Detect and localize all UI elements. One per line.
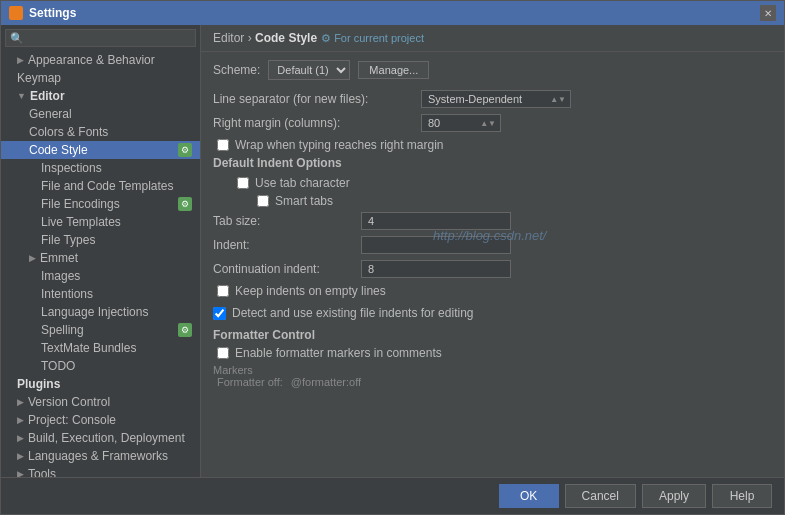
breadcrumb: Editor › Code Style bbox=[213, 31, 317, 45]
collapse-arrow: ▶ bbox=[17, 433, 24, 443]
collapse-arrow: ▶ bbox=[17, 451, 24, 461]
continuation-indent-label: Continuation indent: bbox=[213, 262, 353, 276]
right-margin-input[interactable]: 80 ▲▼ bbox=[421, 114, 501, 132]
scheme-row: Scheme: Default (1) Manage... bbox=[213, 60, 772, 80]
wrap-label: Wrap when typing reaches right margin bbox=[235, 138, 444, 152]
sidebar-item-inspections[interactable]: Inspections bbox=[1, 159, 200, 177]
line-separator-select[interactable]: System-Dependent ▲▼ bbox=[421, 90, 571, 108]
sidebar-item-live-templates[interactable]: Live Templates bbox=[1, 213, 200, 231]
sidebar-item-file-code-templates[interactable]: File and Code Templates bbox=[1, 177, 200, 195]
default-indent-section: Default Indent Options bbox=[213, 156, 772, 170]
indent-row: Indent: bbox=[213, 236, 772, 254]
sidebar-item-code-style[interactable]: Code Style ⚙ bbox=[1, 141, 200, 159]
cancel-button[interactable]: Cancel bbox=[565, 484, 636, 508]
sidebar-item-file-types[interactable]: File Types bbox=[1, 231, 200, 249]
sidebar-item-label: Images bbox=[41, 269, 80, 283]
indent-input[interactable] bbox=[361, 236, 511, 254]
sidebar-item-tools[interactable]: ▶ Tools bbox=[1, 465, 200, 477]
sidebar-item-emmet[interactable]: ▶ Emmet bbox=[1, 249, 200, 267]
sidebar-item-label: Colors & Fonts bbox=[29, 125, 108, 139]
line-separator-value: System-Dependent bbox=[428, 93, 522, 105]
collapse-arrow: ▶ bbox=[29, 253, 36, 263]
sidebar-item-label: Build, Execution, Deployment bbox=[28, 431, 185, 445]
sidebar-item-file-encodings[interactable]: File Encodings ⚙ bbox=[1, 195, 200, 213]
smart-tabs-checkbox[interactable] bbox=[257, 195, 269, 207]
detect-checkbox[interactable] bbox=[213, 307, 226, 320]
ok-button[interactable]: OK bbox=[499, 484, 559, 508]
sidebar-item-languages-frameworks[interactable]: ▶ Languages & Frameworks bbox=[1, 447, 200, 465]
sidebar-item-label: Emmet bbox=[40, 251, 78, 265]
sidebar-item-version-control[interactable]: ▶ Version Control bbox=[1, 393, 200, 411]
sidebar-item-plugins[interactable]: Plugins bbox=[1, 375, 200, 393]
help-button[interactable]: Help bbox=[712, 484, 772, 508]
manage-button[interactable]: Manage... bbox=[358, 61, 429, 79]
sidebar-item-language-injections[interactable]: Language Injections bbox=[1, 303, 200, 321]
file-encodings-badge: ⚙ bbox=[178, 197, 192, 211]
collapse-arrow: ▼ bbox=[17, 91, 26, 101]
dialog-title: Settings bbox=[29, 6, 76, 20]
sidebar-item-label: Appearance & Behavior bbox=[28, 53, 155, 67]
keep-indents-row: Keep indents on empty lines bbox=[213, 284, 772, 298]
sidebar-item-colors-fonts[interactable]: Colors & Fonts bbox=[1, 123, 200, 141]
sidebar-item-appearance[interactable]: ▶ Appearance & Behavior bbox=[1, 51, 200, 69]
right-margin-label: Right margin (columns): bbox=[213, 116, 413, 130]
sidebar: ▶ Appearance & Behavior Keymap ▼ Editor … bbox=[1, 25, 201, 477]
keep-indents-label: Keep indents on empty lines bbox=[235, 284, 386, 298]
markers-label: Markers bbox=[213, 364, 772, 376]
sidebar-item-intentions[interactable]: Intentions bbox=[1, 285, 200, 303]
content-header: Editor › Code Style ⚙ For current projec… bbox=[201, 25, 784, 52]
settings-dialog: Settings ✕ ▶ Appearance & Behavior Keyma… bbox=[0, 0, 785, 515]
sidebar-item-general[interactable]: General bbox=[1, 105, 200, 123]
tab-size-row: Tab size: bbox=[213, 212, 772, 230]
sidebar-item-editor[interactable]: ▼ Editor bbox=[1, 87, 200, 105]
keep-indents-checkbox[interactable] bbox=[217, 285, 229, 297]
breadcrumb-arrow: › bbox=[248, 31, 252, 45]
sidebar-item-label: Intentions bbox=[41, 287, 93, 301]
sidebar-item-label: Keymap bbox=[17, 71, 61, 85]
sidebar-item-label: TODO bbox=[41, 359, 75, 373]
apply-button[interactable]: Apply bbox=[642, 484, 706, 508]
sidebar-item-label: Version Control bbox=[28, 395, 110, 409]
sidebar-item-spelling[interactable]: Spelling ⚙ bbox=[1, 321, 200, 339]
sidebar-item-images[interactable]: Images bbox=[1, 267, 200, 285]
dialog-footer: OK Cancel Apply Help bbox=[1, 477, 784, 514]
line-separator-label: Line separator (for new files): bbox=[213, 92, 413, 106]
formatter-section: Formatter Control Enable formatter marke… bbox=[213, 328, 772, 388]
code-style-badge: ⚙ bbox=[178, 143, 192, 157]
collapse-arrow: ▶ bbox=[17, 397, 24, 407]
enable-formatter-checkbox[interactable] bbox=[217, 347, 229, 359]
continuation-indent-input[interactable] bbox=[361, 260, 511, 278]
sidebar-item-todo[interactable]: TODO bbox=[1, 357, 200, 375]
sidebar-item-label: Tools bbox=[28, 467, 56, 477]
sidebar-item-build-execution[interactable]: ▶ Build, Execution, Deployment bbox=[1, 429, 200, 447]
sidebar-tree: ▶ Appearance & Behavior Keymap ▼ Editor … bbox=[1, 51, 200, 477]
wrap-checkbox[interactable] bbox=[217, 139, 229, 151]
use-tab-checkbox[interactable] bbox=[237, 177, 249, 189]
tab-size-input[interactable] bbox=[361, 212, 511, 230]
content-panel: Editor › Code Style ⚙ For current projec… bbox=[201, 25, 784, 477]
line-separator-row: Line separator (for new files): System-D… bbox=[213, 90, 772, 108]
continuation-indent-row: Continuation indent: bbox=[213, 260, 772, 278]
sidebar-item-label: Spelling bbox=[41, 323, 84, 337]
breadcrumb-meta: ⚙ For current project bbox=[321, 32, 424, 45]
sidebar-item-label: File Types bbox=[41, 233, 95, 247]
close-button[interactable]: ✕ bbox=[760, 5, 776, 21]
sidebar-item-label: General bbox=[29, 107, 72, 121]
right-margin-spin[interactable]: ▲▼ bbox=[480, 119, 496, 128]
sidebar-item-label: Inspections bbox=[41, 161, 102, 175]
meta-text: For current project bbox=[334, 32, 424, 44]
title-bar: Settings ✕ bbox=[1, 1, 784, 25]
sidebar-item-project-console[interactable]: ▶ Project: Console bbox=[1, 411, 200, 429]
tab-size-label: Tab size: bbox=[213, 214, 353, 228]
sidebar-item-textmate-bundles[interactable]: TextMate Bundles bbox=[1, 339, 200, 357]
search-box bbox=[1, 25, 200, 51]
detect-row: Detect and use existing file indents for… bbox=[213, 306, 772, 320]
enable-formatter-label: Enable formatter markers in comments bbox=[235, 346, 442, 360]
detect-label: Detect and use existing file indents for… bbox=[232, 306, 473, 320]
formatter-off-value: @formatter:off bbox=[291, 376, 361, 388]
search-input[interactable] bbox=[5, 29, 196, 47]
sidebar-item-label: Languages & Frameworks bbox=[28, 449, 168, 463]
sidebar-item-keymap[interactable]: Keymap bbox=[1, 69, 200, 87]
spin-arrows[interactable]: ▲▼ bbox=[550, 95, 566, 104]
scheme-select[interactable]: Default (1) bbox=[268, 60, 350, 80]
